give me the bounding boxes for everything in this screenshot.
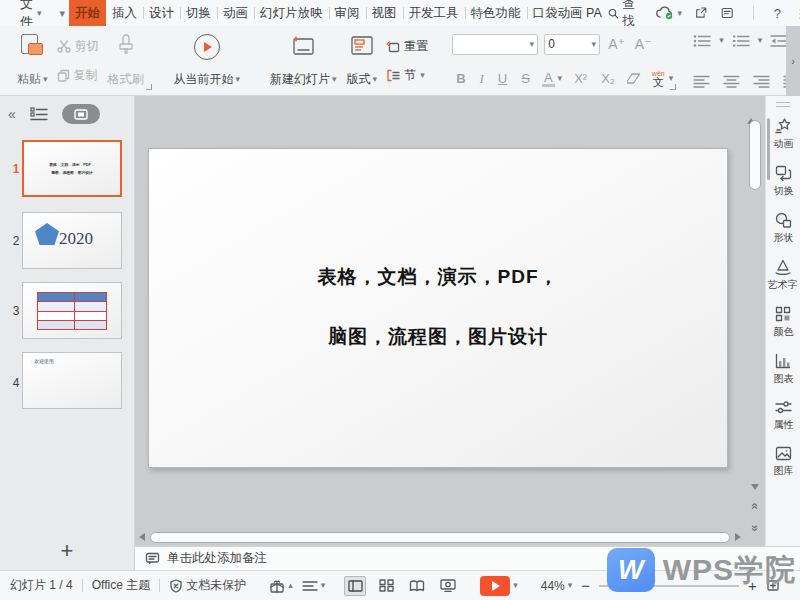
tab-review[interactable]: 审阅 bbox=[329, 0, 366, 26]
layout-label: 版式 bbox=[347, 71, 371, 88]
zoom-value: 44% bbox=[541, 579, 565, 593]
slide-thumbnail-4[interactable]: · 欢迎使用 bbox=[22, 352, 122, 409]
reading-view-button[interactable] bbox=[406, 576, 428, 596]
increase-font-button[interactable]: A⁺ bbox=[606, 36, 627, 52]
subscript-button[interactable]: X₂ bbox=[599, 71, 617, 86]
sidebar-item-animation[interactable]: 动画 bbox=[766, 117, 800, 151]
scroll-right-icon[interactable] bbox=[735, 533, 741, 541]
tab-view[interactable]: 视图 bbox=[366, 0, 403, 26]
align-center-icon[interactable] bbox=[723, 75, 740, 88]
font-size-input[interactable] bbox=[548, 37, 591, 51]
notes-toggle-button[interactable]: ▾ bbox=[302, 580, 326, 592]
sidebar-item-properties[interactable]: 属性 bbox=[766, 400, 800, 432]
font-name-combobox[interactable]: ▾ bbox=[452, 34, 538, 55]
sidebar-handle-icon[interactable] bbox=[776, 102, 790, 107]
slide-sorter-view-button[interactable] bbox=[375, 576, 397, 596]
chevron-down-icon: ▾ bbox=[43, 75, 48, 84]
tab-home[interactable]: 开始 bbox=[69, 0, 106, 26]
help-icon[interactable]: ? bbox=[774, 6, 781, 21]
sidebar-item-chart[interactable]: 图表 bbox=[766, 353, 800, 386]
collapse-panel-icon[interactable]: « bbox=[8, 106, 16, 122]
section-button[interactable]: 节 ▾ bbox=[382, 65, 432, 86]
tab-insert[interactable]: 插入 bbox=[106, 0, 143, 26]
slide-thumbnail-1[interactable]: 表格，文档，演示，PDF， 脑图，流程图，图片设计 bbox=[22, 140, 122, 197]
resource-box-button[interactable]: ▴ bbox=[269, 579, 293, 593]
vertical-scroll-thumb[interactable] bbox=[749, 120, 761, 190]
add-slide-button[interactable]: + bbox=[0, 538, 134, 564]
current-slide[interactable]: 表格，文档，演示，PDF， 脑图，流程图，图片设计 bbox=[148, 148, 728, 468]
slides-view-toggle[interactable] bbox=[62, 104, 100, 124]
document-protection-button[interactable]: 文档未保护 bbox=[169, 577, 246, 594]
cut-button[interactable]: 剪切 bbox=[53, 36, 103, 57]
tab-slideshow[interactable]: 幻灯片放映 bbox=[254, 0, 329, 26]
zoom-slider[interactable] bbox=[599, 585, 739, 587]
tab-design[interactable]: 设计 bbox=[143, 0, 180, 26]
slide-thumbnail-3[interactable] bbox=[22, 282, 122, 339]
normal-view-button[interactable] bbox=[344, 576, 366, 596]
slideshow-view-button[interactable] bbox=[437, 576, 459, 596]
more-options-icon[interactable]: ⋮ bbox=[794, 6, 800, 21]
scroll-left-icon[interactable] bbox=[139, 533, 145, 541]
numbered-list-icon[interactable] bbox=[732, 34, 750, 48]
share-icon[interactable] bbox=[695, 6, 707, 20]
align-right-icon[interactable] bbox=[753, 75, 770, 88]
slide-text-line2[interactable]: 脑图，流程图，图片设计 bbox=[149, 324, 727, 350]
superscript-button[interactable]: X² bbox=[572, 71, 589, 86]
underline-button[interactable]: U bbox=[496, 71, 509, 86]
outline-view-icon[interactable] bbox=[30, 107, 48, 122]
tab-developer[interactable]: 开发工具 bbox=[403, 0, 465, 26]
quick-access-dropdown-icon[interactable]: ▾ bbox=[60, 8, 66, 19]
align-left-icon[interactable] bbox=[693, 75, 710, 88]
scroll-down-button[interactable] bbox=[747, 484, 763, 490]
font-name-input[interactable] bbox=[456, 37, 529, 51]
fit-to-window-icon[interactable] bbox=[766, 579, 780, 592]
zoom-slider-thumb[interactable] bbox=[627, 579, 639, 591]
copy-button[interactable]: 复制 bbox=[53, 65, 103, 86]
sidebar-scroll-indicator[interactable] bbox=[767, 118, 770, 180]
sidebar-item-transition[interactable]: 切换 bbox=[766, 165, 800, 198]
zoom-level-button[interactable]: 44% ▾ bbox=[541, 579, 573, 593]
dialog-launcher-icon[interactable] bbox=[146, 84, 152, 90]
sidebar-item-gallery[interactable]: 图库 bbox=[766, 446, 800, 478]
bullet-list-icon[interactable] bbox=[693, 34, 711, 48]
previous-slide-button[interactable]: « bbox=[747, 500, 763, 512]
tab-special-features[interactable]: 特色功能 bbox=[465, 0, 527, 26]
sidebar-item-wordart[interactable]: 艺术字 bbox=[766, 259, 800, 292]
clear-format-eraser-icon[interactable] bbox=[627, 72, 642, 85]
layout-button[interactable]: 版式▾ bbox=[342, 31, 383, 91]
font-color-button[interactable]: A bbox=[542, 71, 555, 87]
paste-button[interactable]: 粘贴▾ bbox=[12, 31, 53, 91]
phonetic-guide-button[interactable]: wén 文 bbox=[652, 70, 665, 88]
sidebar-item-label: 切换 bbox=[773, 184, 793, 197]
zoom-in-button[interactable]: + bbox=[748, 577, 757, 594]
theme-name[interactable]: Office 主题 bbox=[92, 577, 150, 594]
ribbon-expand-strip[interactable]: › bbox=[786, 26, 800, 96]
play-slideshow-button[interactable]: ▾ bbox=[480, 576, 518, 596]
tab-pocket-animation[interactable]: 口袋动画 PA bbox=[527, 0, 608, 26]
vertical-scrollbar[interactable]: « » bbox=[747, 104, 763, 536]
sidebar-item-shapes[interactable]: 形状 bbox=[766, 212, 800, 245]
strikethrough-button[interactable]: S bbox=[519, 71, 532, 86]
reset-button[interactable]: 重置 bbox=[382, 36, 432, 57]
format-painter-button[interactable]: 格式刷 bbox=[103, 31, 149, 91]
play-from-current-button[interactable]: 从当前开始▾ bbox=[169, 31, 246, 91]
horizontal-scrollbar[interactable] bbox=[139, 530, 741, 544]
sidebar-item-colors[interactable]: 颜色 bbox=[766, 306, 800, 339]
next-slide-button[interactable]: » bbox=[747, 522, 763, 534]
tab-transitions[interactable]: 切换 bbox=[180, 0, 217, 26]
horizontal-scroll-thumb[interactable] bbox=[150, 532, 730, 543]
tab-animations[interactable]: 动画 bbox=[217, 0, 254, 26]
notes-bar[interactable]: 单击此处添加备注 bbox=[135, 546, 800, 570]
zoom-out-button[interactable]: − bbox=[581, 577, 590, 594]
font-size-combobox[interactable]: ▾ bbox=[544, 34, 600, 55]
cloud-sync-button[interactable]: ▾ bbox=[656, 6, 683, 20]
slide-text-line1[interactable]: 表格，文档，演示，PDF， bbox=[149, 264, 727, 290]
dialog-launcher-icon[interactable] bbox=[670, 84, 676, 90]
decrease-font-button[interactable]: A⁻ bbox=[633, 36, 654, 52]
chevron-down-icon: ▾ bbox=[236, 75, 241, 84]
slide-thumbnail-2[interactable]: 2020 bbox=[22, 212, 122, 269]
bold-button[interactable]: B bbox=[454, 71, 467, 86]
italic-button[interactable]: I bbox=[478, 71, 486, 87]
sticky-note-icon[interactable] bbox=[721, 6, 733, 20]
new-slide-button[interactable]: 新建幻灯片▾ bbox=[265, 31, 342, 91]
